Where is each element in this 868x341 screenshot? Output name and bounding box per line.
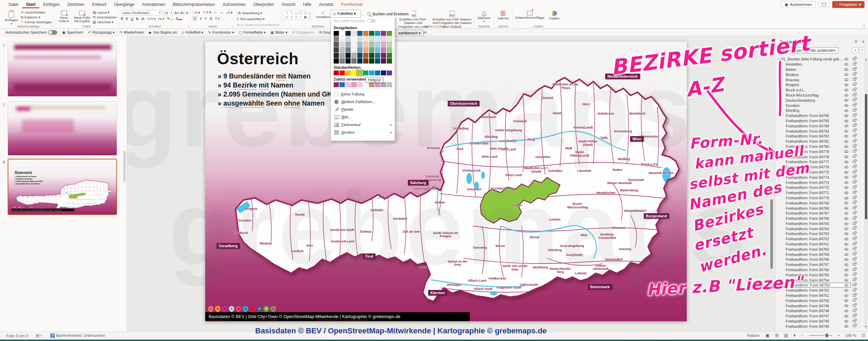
shape-name[interactable]: Eferding xyxy=(786,108,849,113)
color-swatch[interactable] xyxy=(345,53,351,58)
tab-bildschirmpräsentation[interactable]: Bildschirmpräsentation xyxy=(169,1,219,8)
color-swatch[interactable] xyxy=(363,31,368,36)
shape-name[interactable]: Freihandform: Form 84771 xyxy=(786,191,849,195)
color-swatch[interactable] xyxy=(357,31,362,36)
dictate-button[interactable]: Diktieren▾ xyxy=(477,10,491,24)
align-center-button[interactable]: ≡ xyxy=(200,16,202,20)
color-swatch[interactable] xyxy=(369,58,374,64)
color-swatch[interactable] xyxy=(340,42,345,47)
tab-zeichnen[interactable]: Zeichnen xyxy=(64,1,88,8)
shape-glyph-10[interactable]: ▣ xyxy=(304,15,307,19)
unlocked-icon[interactable] xyxy=(853,207,856,209)
show-all-button[interactable]: Alle anzeigen xyxy=(778,47,806,53)
shape-glyph-2[interactable]: ▭ xyxy=(295,11,298,15)
shape-name[interactable]: Freihandform: Form 84754 xyxy=(786,278,849,282)
shape-name[interactable]: Braunau xyxy=(786,78,849,82)
shape-row[interactable]: Amstetten xyxy=(775,62,862,67)
editing-canvas[interactable]: Österreich » 9 Bundesländer mit Namen» 9… xyxy=(127,36,775,332)
shape-row[interactable]: Freihandform: Form 84746 xyxy=(775,319,862,324)
visibility-eye-icon[interactable] xyxy=(844,120,848,122)
color-swatch[interactable] xyxy=(369,53,374,58)
shape-glyph-3[interactable]: ◯ xyxy=(299,11,302,15)
pictures-button[interactable]: ▦Bilder ▾ xyxy=(270,30,287,34)
color-swatch[interactable] xyxy=(387,36,392,41)
font-dialog-launcher[interactable]: ↘ xyxy=(187,25,190,28)
visibility-eye-icon[interactable] xyxy=(844,73,848,76)
unlocked-icon[interactable] xyxy=(853,186,856,189)
color-swatch[interactable] xyxy=(363,47,368,52)
line-spacing-button[interactable]: ↕≡ ▾ xyxy=(226,10,233,15)
shape-row[interactable]: Freihandform: Form 84774 xyxy=(775,175,862,180)
color-swatch[interactable] xyxy=(334,58,339,64)
color-swatch[interactable] xyxy=(381,53,386,58)
shape-row[interactable]: Freihandform: Form 84784 xyxy=(775,123,862,128)
high-contrast-toggle[interactable]: Nur hoher Kontrast xyxy=(334,18,392,24)
color-swatch[interactable] xyxy=(363,53,368,58)
chevron-down-icon[interactable]: ∨ xyxy=(778,58,780,61)
visibility-eye-icon[interactable] xyxy=(844,243,848,246)
visibility-eye-icon[interactable] xyxy=(844,104,848,107)
shape-gallery[interactable]: ╲╲▭◯▢△▷◇▽☆▣◻ xyxy=(284,10,314,20)
color-swatch[interactable] xyxy=(351,58,357,64)
tab-einfügen[interactable]: Einfügen xyxy=(39,1,63,8)
selection-pane-button[interactable]: wahlbereich ▾ xyxy=(395,30,424,36)
align-text-button[interactable]: ⌸Text ausrichten ▾ xyxy=(237,17,279,21)
collapse-ribbon-button[interactable]: ∨ xyxy=(863,24,865,27)
bold-button[interactable]: F xyxy=(121,17,124,21)
comments-button[interactable] xyxy=(818,2,829,7)
shape-name[interactable]: Freihandform: Form 84767 xyxy=(786,211,849,215)
color-swatch[interactable] xyxy=(381,36,386,41)
shape-name[interactable]: Freihandform: Form 84770 xyxy=(786,196,849,200)
visibility-eye-icon[interactable] xyxy=(844,186,848,189)
indent-button[interactable]: ⇥ xyxy=(220,10,223,15)
shape-row[interactable]: Freihandform: Form 84752 xyxy=(775,288,862,293)
shape-row[interactable]: Bruck-Mürzzuschlag xyxy=(775,93,862,98)
unlocked-icon[interactable] xyxy=(853,161,856,163)
undo-button[interactable]: ↶Rückgängig ▾ xyxy=(88,30,115,34)
shape-row[interactable]: Freihandform: Form 84770 xyxy=(775,196,862,201)
color-swatch[interactable] xyxy=(369,36,374,41)
menu-item-eyedropper[interactable]: Pipette xyxy=(334,106,392,113)
color-swatch[interactable] xyxy=(363,82,368,87)
color-swatch[interactable] xyxy=(334,31,339,36)
visibility-eye-icon[interactable] xyxy=(844,258,848,261)
menu-item-more-colors[interactable]: Weitere Füllfarben... xyxy=(334,98,392,106)
color-swatch[interactable] xyxy=(363,58,368,64)
shape-row[interactable]: Freihandform: Form 84765 xyxy=(775,221,862,226)
shape-row[interactable]: Freihandform: Form 84753 xyxy=(775,283,862,288)
shape-name[interactable]: FL_Bezirke (bitte Füllung vorab geben, u… xyxy=(782,57,845,61)
shape-name-editing[interactable]: Freihandform: Form 84753 xyxy=(786,283,850,287)
menu-item-picture[interactable]: Bild... xyxy=(334,113,392,121)
shape-name[interactable]: Freihandform: Form 84778 xyxy=(786,155,849,159)
shape-name[interactable]: Freihandform: Form 84751 xyxy=(786,293,849,298)
shape-name[interactable]: Freihandform: Form 84759 xyxy=(786,252,849,257)
color-swatch[interactable] xyxy=(387,53,392,58)
shape-row[interactable]: Freihandform: Form 84768 xyxy=(775,206,862,211)
color-swatch[interactable] xyxy=(334,42,339,47)
addins-button[interactable]: Add-Ins xyxy=(496,10,510,20)
color-swatch[interactable] xyxy=(357,47,362,52)
unlocked-icon[interactable] xyxy=(853,238,856,240)
shape-row[interactable]: Freihandform: Form 84775 xyxy=(775,170,862,175)
shape-name[interactable]: Freihandform: Form 84746 xyxy=(786,319,849,323)
columns-button[interactable]: ‖ ▾ xyxy=(215,16,220,20)
tab-datei[interactable]: Datei xyxy=(5,1,22,8)
zoom-slider[interactable] xyxy=(809,335,832,336)
unlocked-icon[interactable] xyxy=(853,99,856,101)
unlocked-icon[interactable] xyxy=(853,274,856,276)
shape-name[interactable]: Freihandform: Form 84781 xyxy=(786,139,849,143)
color-swatch[interactable] xyxy=(345,58,351,64)
pane-scrollbar-thumb[interactable] xyxy=(865,94,867,219)
move-down-button[interactable]: ∨ xyxy=(859,47,865,53)
autosave-toggle-switch[interactable] xyxy=(48,30,57,35)
slide-thumbnail-2[interactable] xyxy=(8,101,117,156)
unlocked-icon[interactable] xyxy=(853,145,856,148)
visibility-eye-icon[interactable] xyxy=(844,212,848,215)
color-swatch[interactable] xyxy=(387,31,392,36)
shape-glyph-8[interactable]: ▽ xyxy=(295,15,298,19)
tab-übergänge[interactable]: Übergänge xyxy=(110,1,138,8)
shape-row[interactable]: Freihandform: Form 84758 xyxy=(775,257,862,262)
shape-name[interactable]: Freihandform: Form 84769 xyxy=(786,201,849,205)
shape-row[interactable]: Freihandform: Form 84786 xyxy=(775,113,862,118)
visibility-eye-icon[interactable] xyxy=(844,89,848,91)
